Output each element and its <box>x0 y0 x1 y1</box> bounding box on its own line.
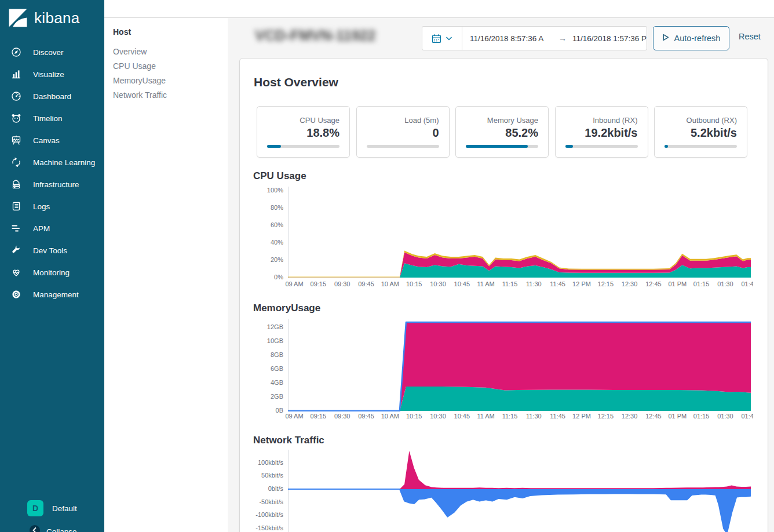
memory-chart: 12GB10GB8GB6GB4GB2GB0B09 AM09:1509:3009:… <box>239 319 753 422</box>
sidebar-item-label: Timelion <box>33 114 63 123</box>
x-axis-tick-label: 10:45 <box>449 413 474 420</box>
gear-icon <box>11 289 21 300</box>
space-badge: D <box>27 500 43 516</box>
x-axis-tick-label: 10:45 <box>449 280 474 287</box>
space-switcher[interactable]: D Default <box>0 497 104 519</box>
brand-wordmark: kibana <box>34 9 79 27</box>
wrench-icon <box>11 245 21 256</box>
sidebar-item-label: Infrastructure <box>33 180 79 189</box>
sidebar-item-canvas[interactable]: Canvas <box>0 129 104 151</box>
y-axis-tick-label: 8GB <box>245 351 283 358</box>
metric-card-cpu-usage: CPU Usage18.8% <box>257 106 350 158</box>
memory-plot-area[interactable] <box>288 319 751 411</box>
ml-arrows-icon <box>11 157 21 167</box>
top-bar-divider <box>104 17 774 18</box>
sidebar-item-monitoring[interactable]: Monitoring <box>0 261 104 283</box>
x-axis-tick-label: 11:30 <box>521 280 546 287</box>
sidebar-item-timelion[interactable]: Timelion <box>0 107 104 129</box>
x-axis-tick-label: 01 PM <box>665 280 690 287</box>
metric-progress-track <box>466 145 538 148</box>
metric-card-outbound-rx-: Outbound (RX)5.2kbit/s <box>654 106 747 158</box>
x-axis-tick-label: 09:45 <box>353 280 379 287</box>
x-axis-tick-label: 09:30 <box>330 280 355 287</box>
y-axis-tick-label: 100kbit/s <box>245 459 283 466</box>
sidebar-item-label: Canvas <box>33 136 60 145</box>
collapse-label: Collapse <box>46 527 77 532</box>
x-axis-tick-label: 10:30 <box>425 280 451 287</box>
host-subnav: Host OverviewCPU UsageMemoryUsageNetwork… <box>104 18 228 532</box>
metric-card-load-5m-: Load (5m)0 <box>356 106 450 158</box>
x-axis-tick-label: 09:30 <box>330 413 355 420</box>
y-axis-tick-label: -150kbit/s <box>245 524 283 531</box>
x-axis-tick-label: 11 AM <box>473 280 499 287</box>
sidebar-item-label: Logs <box>33 202 50 211</box>
subnav-item-overview[interactable]: Overview <box>113 45 167 59</box>
sidebar-item-logs[interactable]: Logs <box>0 195 104 217</box>
cpu-plot-area[interactable] <box>288 187 751 278</box>
end-date-field[interactable]: 11/16/2018 1:57:36 P <box>572 27 647 50</box>
collapse-icon <box>29 524 41 532</box>
calendar-icon <box>432 34 441 43</box>
metric-cards-row: CPU Usage18.8%Load (5m)0Memory Usage85.2… <box>257 106 749 156</box>
sidebar-item-infrastructure[interactable]: Infrastructure <box>0 173 104 195</box>
auto-refresh-button[interactable]: Auto-refresh <box>653 26 729 50</box>
sidebar-item-label: APM <box>33 224 50 233</box>
y-axis-tick-label: 80% <box>245 204 283 211</box>
play-icon <box>662 34 669 43</box>
network-plot-area[interactable] <box>288 450 751 532</box>
x-axis-tick-label: 10:30 <box>425 413 451 420</box>
x-axis-tick-label: 11:45 <box>545 413 571 420</box>
cpu-chart-title: CPU Usage <box>253 170 306 182</box>
metric-label: Inbound (RX) <box>593 116 637 125</box>
app-sidebar: kibana DiscoverVisualizeDashboardTimelio… <box>0 0 104 532</box>
bar-chart-icon <box>11 69 21 79</box>
start-date-field[interactable]: 11/16/2018 8:57:36 A <box>462 27 553 50</box>
metric-value: 5.2kbit/s <box>691 126 737 140</box>
cloud-server-icon <box>11 179 21 190</box>
sidebar-item-visualize[interactable]: Visualize <box>0 63 104 85</box>
y-axis-tick-label: 50kbit/s <box>245 472 283 479</box>
network-chart-title: Network Traffic <box>253 435 324 446</box>
series-outbound-area <box>288 489 751 532</box>
subnav-item-memoryusage[interactable]: MemoryUsage <box>113 74 167 88</box>
apm-lines-icon <box>11 223 21 234</box>
heart-pulse-icon <box>11 267 21 278</box>
x-axis-tick-label: 09:45 <box>353 413 379 420</box>
sidebar-item-machine-learning[interactable]: Machine Learning <box>0 151 104 173</box>
sidebar-item-apm[interactable]: APM <box>0 217 104 239</box>
x-axis-tick-label: 01:45 <box>736 280 753 287</box>
host-title-redacted: VCD-FMVN-11922 <box>255 27 375 44</box>
x-axis-tick-label: 11:30 <box>521 413 546 420</box>
metric-label: Outbound (RX) <box>687 116 737 125</box>
metric-progress-fill <box>565 145 573 148</box>
kibana-home-link[interactable]: kibana <box>7 7 79 29</box>
sidebar-item-dev-tools[interactable]: Dev Tools <box>0 239 104 261</box>
metric-progress-fill <box>466 145 528 148</box>
gauge-icon <box>11 91 21 101</box>
sidebar-item-label: Dev Tools <box>33 246 67 255</box>
reset-button[interactable]: Reset <box>739 32 761 41</box>
x-axis-tick-label: 12:30 <box>617 413 642 420</box>
metric-progress-track <box>665 145 737 148</box>
subnav-item-network-traffic[interactable]: Network Traffic <box>113 88 167 103</box>
x-axis-tick-label: 11 AM <box>473 413 499 420</box>
collapse-button[interactable]: Collapse <box>0 520 104 532</box>
subnav-items: OverviewCPU UsageMemoryUsageNetwork Traf… <box>113 45 167 103</box>
sidebar-item-dashboard[interactable]: Dashboard <box>0 85 104 107</box>
metric-progress-track <box>367 145 439 148</box>
subnav-item-cpu-usage[interactable]: CPU Usage <box>113 59 167 74</box>
x-axis-tick-label: 11:45 <box>545 280 571 287</box>
date-picker-toggle[interactable] <box>422 27 462 50</box>
metric-card-memory-usage: Memory Usage85.2% <box>455 106 549 158</box>
sidebar-item-management[interactable]: Management <box>0 283 104 305</box>
sidebar-item-discover[interactable]: Discover <box>0 41 104 63</box>
metric-value: 18.8% <box>306 126 339 140</box>
x-axis-tick-label: 12 PM <box>569 280 594 287</box>
x-axis-tick-label: 10 AM <box>377 280 403 287</box>
metric-value: 0 <box>432 126 439 140</box>
x-axis-tick-label: 12:15 <box>593 280 618 287</box>
metric-progress-track <box>267 145 339 148</box>
x-axis-tick-label: 12:30 <box>617 280 642 287</box>
x-axis-tick-label: 11:15 <box>497 280 523 287</box>
sidebar-item-label: Discover <box>33 48 64 57</box>
